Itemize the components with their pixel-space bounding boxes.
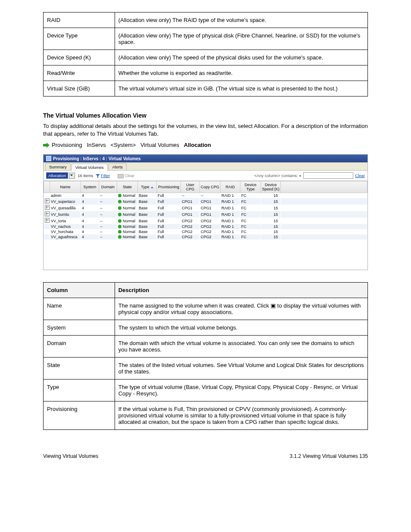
expand-cell[interactable] bbox=[44, 205, 50, 211]
expand-cell[interactable] bbox=[44, 211, 50, 218]
col-header[interactable]: Name bbox=[50, 181, 81, 193]
page-footer: Viewing Virtual Volumes 3.1.2 Viewing Vi… bbox=[43, 453, 368, 459]
section-paragraph: To display additional details about the … bbox=[43, 122, 368, 137]
cell-fill bbox=[281, 211, 367, 218]
expand-cell bbox=[44, 229, 50, 234]
expand-icon[interactable] bbox=[45, 218, 50, 223]
table-row[interactable]: VV_aguafresca4--NormalBaseFullCPG2CPG2RA… bbox=[44, 234, 367, 240]
search-input[interactable] bbox=[303, 172, 353, 179]
col-header[interactable]: State bbox=[117, 181, 138, 193]
cell-domain: -- bbox=[99, 193, 117, 199]
col-header[interactable]: System bbox=[81, 181, 99, 193]
spec-row: Virtual Size (GiB)The virtual volume's v… bbox=[44, 81, 368, 96]
cell-state: Normal bbox=[117, 205, 138, 211]
col-header[interactable]: Device Type bbox=[240, 181, 261, 193]
table-row[interactable]: VV_torta4--NormalBaseFullCPG2CPG2RAID 1F… bbox=[44, 218, 367, 224]
cell-name: VV_horchata bbox=[50, 229, 81, 234]
status-normal-icon bbox=[118, 219, 121, 223]
expand-cell[interactable] bbox=[44, 218, 50, 224]
tab-alerts[interactable]: Alerts bbox=[109, 163, 127, 170]
cell-raid: RAID 1 bbox=[221, 211, 240, 218]
cell-type: Base bbox=[138, 205, 157, 211]
screenshot-panel: Provisioning : InServs : 4 : Virtual Vol… bbox=[43, 154, 368, 270]
spec-label: System bbox=[44, 320, 115, 336]
table-row[interactable]: VV_supertaco4--NormalBaseFullCPG1CPG1RAI… bbox=[44, 198, 367, 205]
toolbar: Allocation 16 items Filter Clear <Any co… bbox=[44, 171, 367, 181]
cell-fill bbox=[281, 224, 367, 229]
cell-state: Normal bbox=[117, 229, 138, 234]
breadcrumb-nav: Provisioning InServs <System> Virtual Vo… bbox=[43, 142, 368, 148]
spec-row: ProvisioningIf the virtual volume is Ful… bbox=[44, 401, 368, 430]
spec-desc: The virtual volume's virtual size in GiB… bbox=[115, 81, 367, 96]
search-clear-link[interactable]: Clear bbox=[355, 173, 365, 178]
table-row[interactable]: VV_horchata4--NormalBaseFullCPG2CPG2RAID… bbox=[44, 229, 367, 234]
cell-user-cpg: CPG1 bbox=[181, 205, 200, 211]
spec-desc: (Allocation view only) The type of physi… bbox=[115, 28, 367, 50]
search-scope-dropdown[interactable]: <Any column> contains:▼ bbox=[254, 173, 302, 178]
col-header[interactable]: Provisioning bbox=[157, 181, 181, 193]
view-selector[interactable]: Allocation bbox=[46, 172, 68, 179]
cell-raid: RAID 1 bbox=[221, 224, 240, 229]
expand-icon[interactable] bbox=[45, 205, 50, 210]
expand-icon[interactable] bbox=[45, 199, 50, 203]
filter-link[interactable]: Filter bbox=[101, 173, 110, 178]
col-header-description: Description bbox=[115, 283, 367, 298]
cell-provisioning: Full bbox=[157, 224, 181, 229]
table-row[interactable]: VV_burrito4--NormalBaseFullCPG1CPG1RAID … bbox=[44, 211, 367, 218]
cell-raid: RAID 1 bbox=[221, 205, 240, 211]
spec-row: SystemThe system to which the virtual vo… bbox=[44, 320, 368, 336]
spec-label: Virtual Size (GiB) bbox=[44, 81, 115, 96]
cell-copy-cpg: CPG1 bbox=[200, 205, 221, 211]
spec-label: State bbox=[44, 358, 115, 380]
tab-summary[interactable]: Summary bbox=[45, 163, 71, 170]
cell-fill bbox=[281, 205, 367, 211]
spec-label: Device Type bbox=[44, 28, 115, 50]
col-header[interactable]: Type bbox=[138, 181, 157, 193]
cell-domain: -- bbox=[99, 234, 117, 240]
status-normal-icon bbox=[118, 225, 121, 228]
col-header[interactable]: Copy CPG bbox=[200, 181, 221, 193]
cell-name: VV_torta bbox=[50, 218, 81, 224]
spec-desc: (Allocation view only) The speed of the … bbox=[115, 50, 367, 65]
expand-icon[interactable] bbox=[45, 212, 50, 216]
view-selector-dropdown-button[interactable] bbox=[69, 173, 75, 179]
spec-table-top: RAID(Allocation view only) The RAID type… bbox=[43, 12, 368, 96]
cell-system: 4 bbox=[81, 205, 99, 211]
cell-copy-cpg: CPG2 bbox=[200, 234, 221, 240]
col-header[interactable]: RAID bbox=[221, 181, 240, 193]
spec-desc: Whether the volume is exported as read/w… bbox=[115, 65, 367, 81]
cell-state: Normal bbox=[117, 218, 138, 224]
cell-copy-cpg: -- bbox=[200, 193, 221, 199]
spec-row: Device Speed (K)(Allocation view only) T… bbox=[44, 50, 368, 65]
cell-state: Normal bbox=[117, 224, 138, 229]
cell-raid: RAID 1 bbox=[221, 234, 240, 240]
table-row[interactable]: admin4--NormalBaseFull----RAID 1FC15 bbox=[44, 193, 367, 199]
table-row[interactable]: VV_nachos4--NormalBaseFullCPG2CPG2RAID 1… bbox=[44, 224, 367, 229]
col-header[interactable]: Domain bbox=[99, 181, 117, 193]
cell-state: Normal bbox=[117, 211, 138, 218]
cell-raid: RAID 1 bbox=[221, 229, 240, 234]
cell-state: Normal bbox=[117, 234, 138, 240]
cell-device-speed: 15 bbox=[261, 198, 281, 205]
cell-system: 4 bbox=[81, 234, 99, 240]
spec-label: Device Speed (K) bbox=[44, 50, 115, 65]
cell-fill bbox=[281, 234, 367, 240]
cell-provisioning: Full bbox=[157, 211, 181, 218]
cell-device-speed: 15 bbox=[261, 229, 281, 234]
col-header[interactable]: User CPG bbox=[181, 181, 200, 193]
cell-system: 4 bbox=[81, 218, 99, 224]
spec-row: Read/WriteWhether the volume is exported… bbox=[44, 65, 368, 81]
spec-row: RAID(Allocation view only) The RAID type… bbox=[44, 12, 368, 28]
spec-row: DomainThe domain with which the virtual … bbox=[44, 336, 368, 358]
table-row[interactable]: VV_quesadilla4--NormalBaseFullCPG1CPG1RA… bbox=[44, 205, 367, 211]
col-header[interactable]: Device Speed (K) bbox=[261, 181, 281, 193]
status-normal-icon bbox=[118, 235, 121, 239]
tab-virtual-volumes[interactable]: Virtual Volumes bbox=[72, 164, 108, 171]
grid-header-row[interactable]: NameSystemDomainStateTypeProvisioningUse… bbox=[44, 181, 367, 193]
cell-copy-cpg: CPG1 bbox=[200, 198, 221, 205]
cell-copy-cpg: CPG2 bbox=[200, 224, 221, 229]
spec-label: Type bbox=[44, 380, 115, 401]
volumes-grid[interactable]: NameSystemDomainStateTypeProvisioningUse… bbox=[44, 181, 367, 240]
expand-cell[interactable] bbox=[44, 198, 50, 205]
cell-domain: -- bbox=[99, 211, 117, 218]
